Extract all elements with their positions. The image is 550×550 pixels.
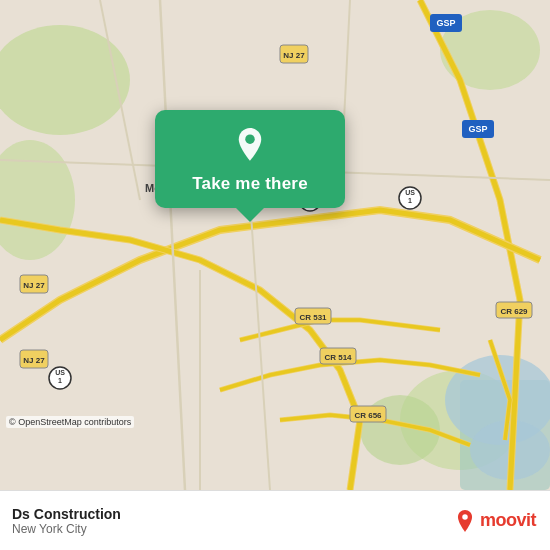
svg-text:NJ 27: NJ 27 <box>283 51 305 60</box>
svg-text:NJ 27: NJ 27 <box>23 356 45 365</box>
take-me-there-label: Take me there <box>192 174 308 194</box>
svg-text:GSP: GSP <box>436 18 455 28</box>
location-info: Ds Construction New York City <box>12 506 121 536</box>
svg-text:1: 1 <box>58 377 62 384</box>
svg-text:US: US <box>405 189 415 196</box>
svg-point-43 <box>245 134 255 144</box>
svg-text:CR 514: CR 514 <box>324 353 352 362</box>
location-subtitle: New York City <box>12 522 121 536</box>
moovit-pin-icon <box>454 510 476 532</box>
svg-point-44 <box>462 514 468 520</box>
svg-text:GSP: GSP <box>468 124 487 134</box>
svg-text:CR 629: CR 629 <box>500 307 528 316</box>
location-pin-icon <box>231 128 269 166</box>
bottom-bar: Ds Construction New York City moovit <box>0 490 550 550</box>
svg-text:NJ 27: NJ 27 <box>23 281 45 290</box>
svg-text:1: 1 <box>408 197 412 204</box>
moovit-text-label: moovit <box>480 510 536 531</box>
map-container: GSP GSP US 1 US 1 US 1 NJ 27 NJ 27 NJ 27… <box>0 0 550 490</box>
svg-text:US: US <box>55 369 65 376</box>
moovit-logo: moovit <box>454 510 536 532</box>
svg-text:CR 656: CR 656 <box>354 411 382 420</box>
take-me-there-popup[interactable]: Take me there <box>155 110 345 208</box>
svg-text:CR 531: CR 531 <box>299 313 327 322</box>
location-title: Ds Construction <box>12 506 121 522</box>
osm-attribution: © OpenStreetMap contributors <box>6 416 134 428</box>
